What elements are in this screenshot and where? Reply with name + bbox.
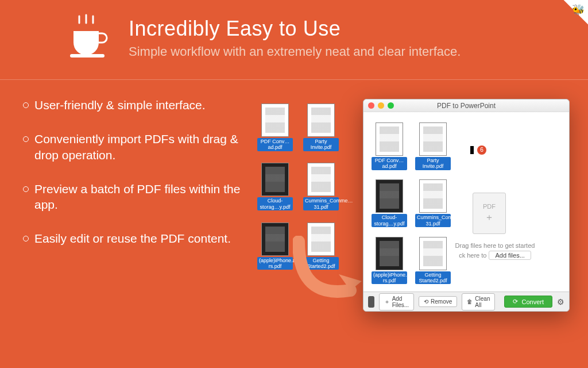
pdf-thumbnail-icon bbox=[419, 122, 447, 156]
app-window: PDF to PowerPoint PDF Conv…ad.pdf Party … bbox=[363, 99, 570, 312]
window-titlebar[interactable]: PDF to PowerPoint bbox=[363, 99, 569, 112]
add-files-inline-button[interactable]: Add files... bbox=[489, 251, 531, 260]
pdf-thumbnail-icon bbox=[261, 163, 289, 196]
file-item[interactable]: Cummins_Comme…31.pdf bbox=[415, 179, 451, 227]
pdf-thumbnail-icon bbox=[261, 103, 289, 137]
close-icon[interactable] bbox=[368, 102, 374, 109]
file-name: Party Invite.pdf bbox=[415, 157, 451, 170]
refresh-icon: ⟳ bbox=[513, 298, 518, 305]
file-name: PDF Conv…ad.pdf bbox=[372, 157, 407, 170]
add-files-button[interactable]: ＋Add Files... bbox=[379, 293, 414, 310]
count-badge: 6 bbox=[477, 145, 486, 155]
drag-arrow-icon bbox=[293, 236, 368, 310]
file-item[interactable]: (apple)iPhone.and…rs.pdf bbox=[257, 223, 293, 270]
drop-target-icon[interactable]: PDF ＋ bbox=[473, 193, 506, 234]
maximize-icon[interactable] bbox=[388, 102, 394, 109]
pdf-thumbnail-icon bbox=[376, 179, 403, 213]
file-item[interactable]: Cummins_Comme…31.pdf bbox=[303, 163, 339, 210]
plus-icon: ＋ bbox=[384, 298, 390, 306]
bee-icon: 🐝 bbox=[572, 3, 585, 16]
file-item[interactable]: Cloud-storag…y.pdf bbox=[257, 163, 293, 210]
toolbar: ＋Add Files... ⟲Remove 🗑Clean All ⟳Conver… bbox=[363, 292, 569, 311]
file-name: (apple)iPhone.and…rs.pdf bbox=[372, 271, 407, 285]
remove-icon: ⟲ bbox=[424, 298, 428, 305]
file-item[interactable]: PDF Conv…ad.pdf bbox=[257, 103, 293, 151]
pdf-thumbnail-icon bbox=[419, 179, 447, 213]
convert-button[interactable]: ⟳Convert bbox=[504, 296, 552, 308]
file-name: Cummins_Comme…31.pdf bbox=[303, 197, 339, 210]
gear-icon: ⚙ bbox=[557, 297, 564, 306]
file-name: Getting Started2.pdf bbox=[415, 271, 451, 285]
bullet-icon bbox=[23, 186, 29, 192]
pdf-thumbnail-icon bbox=[376, 122, 403, 156]
pdf-thumbnail-icon bbox=[376, 237, 403, 270]
page-subtitle: Simple workflow with an extremely neat a… bbox=[129, 44, 461, 59]
text-cursor-icon bbox=[470, 146, 474, 154]
minimize-icon[interactable] bbox=[378, 102, 384, 109]
clean-all-button[interactable]: 🗑Clean All bbox=[462, 293, 495, 310]
pdf-thumbnail-icon bbox=[261, 223, 289, 256]
coffee-cup-icon bbox=[69, 14, 110, 62]
feature-item: Easily edit or reuse the PDF content. bbox=[34, 231, 231, 246]
bullet-icon bbox=[23, 236, 29, 241]
file-item[interactable]: Party Invite.pdf bbox=[303, 103, 339, 151]
file-item[interactable]: (apple)iPhone.and…rs.pdf bbox=[372, 237, 407, 285]
feature-item: Preview a batch of PDF files within the … bbox=[34, 181, 241, 213]
feature-item: User-friendly & simple interface. bbox=[34, 97, 206, 113]
pdf-thumbnail-icon bbox=[307, 163, 335, 196]
drop-hint: Drag files here to get started bbox=[432, 242, 558, 249]
plus-icon: ＋ bbox=[485, 212, 494, 224]
file-name: Cloud-storag…y.pdf bbox=[257, 197, 293, 210]
file-item[interactable]: Cloud-storag…y.pdf bbox=[372, 179, 407, 227]
bullet-icon bbox=[23, 136, 29, 142]
remove-button[interactable]: ⟲Remove bbox=[419, 296, 457, 307]
drop-area[interactable]: PDF Conv…ad.pdf Party Invite.pdf Cloud-s… bbox=[363, 112, 569, 292]
file-name: (apple)iPhone.and…rs.pdf bbox=[257, 257, 293, 270]
file-name: Party Invite.pdf bbox=[303, 138, 339, 151]
trash-icon: 🗑 bbox=[467, 298, 473, 305]
app-icon bbox=[368, 296, 374, 308]
file-name: Cummins_Comme…31.pdf bbox=[415, 214, 451, 227]
file-name: PDF Conv…ad.pdf bbox=[257, 138, 293, 151]
feature-list: User-friendly & simple interface. Conven… bbox=[0, 80, 241, 247]
pdf-thumbnail-icon bbox=[307, 103, 335, 137]
corner-badge: 🐝 bbox=[554, 0, 588, 34]
drop-target-label: PDF bbox=[483, 203, 496, 210]
file-item[interactable]: PDF Conv…ad.pdf bbox=[372, 122, 407, 170]
settings-button[interactable]: ⚙ bbox=[557, 297, 564, 306]
bullet-icon bbox=[23, 102, 29, 108]
hint-prefix: ck here to bbox=[459, 252, 486, 259]
svg-rect-0 bbox=[70, 54, 105, 57]
file-item[interactable]: Party Invite.pdf bbox=[415, 122, 451, 170]
feature-item: Conveniently import PDFs with drag & dro… bbox=[34, 131, 241, 163]
file-name: Cloud-storag…y.pdf bbox=[372, 214, 407, 227]
page-title: Incredibly Easy to Use bbox=[129, 17, 461, 41]
window-title: PDF to PowerPoint bbox=[437, 102, 496, 110]
